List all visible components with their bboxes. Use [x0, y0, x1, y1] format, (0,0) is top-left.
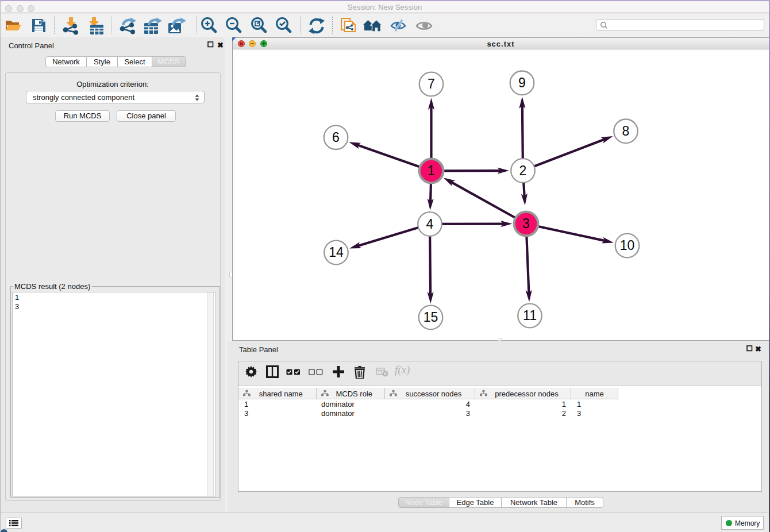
svg-text:9: 9: [518, 75, 526, 90]
svg-text:7: 7: [428, 76, 435, 91]
svg-text:6: 6: [332, 130, 340, 145]
svg-text:8: 8: [622, 124, 630, 138]
svg-text:10: 10: [620, 238, 635, 253]
svg-text:3: 3: [522, 216, 530, 231]
svg-text:4: 4: [426, 217, 434, 232]
svg-text:2: 2: [519, 163, 527, 178]
svg-text:14: 14: [329, 245, 344, 260]
svg-text:15: 15: [424, 310, 438, 325]
svg-text:11: 11: [523, 308, 537, 323]
svg-text:1: 1: [428, 163, 435, 178]
